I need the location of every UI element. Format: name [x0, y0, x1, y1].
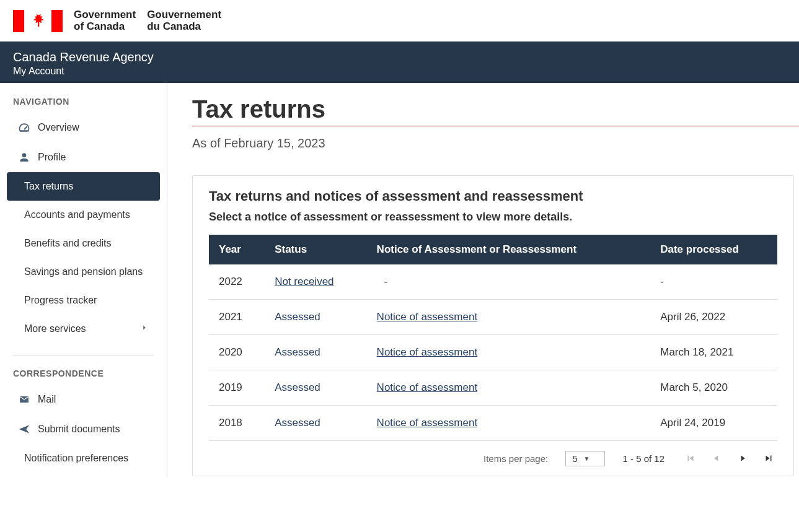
returns-table: YearStatusNotice of Assessment or Reasse… — [209, 235, 777, 441]
gov-fr-line1: Gouvernement — [147, 9, 221, 21]
main-content: Tax returns As of February 15, 2023 Tax … — [167, 83, 799, 476]
notice-link[interactable]: Notice of assessment — [377, 382, 478, 393]
sidebar-item-label: Overview — [38, 122, 79, 133]
status-link[interactable]: Not received — [275, 276, 333, 287]
cell-notice: Notice of assessment — [367, 300, 651, 335]
notice-link[interactable]: Notice of assessment — [377, 346, 478, 358]
page-range: 1 - 5 of 12 — [622, 453, 664, 464]
table-body: 2022Not received--2021AssessedNotice of … — [209, 264, 777, 441]
sidebar-divider — [13, 355, 154, 356]
cell-year: 2021 — [209, 300, 265, 335]
cell-year: 2020 — [209, 335, 265, 370]
flag-bar-left — [13, 10, 24, 32]
table-row: 2021AssessedNotice of assessmentApril 26… — [209, 300, 777, 335]
corr-item-notification-preferences[interactable]: Notification preferences — [7, 444, 160, 473]
maple-leaf-icon — [27, 10, 49, 32]
sidebar-item-label: Savings and pension plans — [24, 266, 143, 277]
sidebar-item-more-services[interactable]: More services — [7, 315, 160, 343]
status-link[interactable]: Assessed — [275, 382, 320, 393]
gov-en-line2: of Canada — [74, 21, 136, 33]
sidebar-item-label: Profile — [38, 152, 66, 163]
corr-item-submit-documents[interactable]: Submit documents — [7, 414, 160, 444]
cell-date: - — [650, 264, 777, 300]
person-icon — [18, 151, 30, 164]
cell-status: Assessed — [265, 370, 366, 406]
panel-title: Tax returns and notices of assessment an… — [209, 188, 777, 204]
corr-item-label: Notification preferences — [24, 453, 128, 464]
sidebar-item-benefits-and-credits[interactable]: Benefits and credits — [7, 229, 160, 258]
correspondence-list: MailSubmit documentsNotification prefere… — [0, 385, 167, 473]
cell-year: 2022 — [209, 264, 265, 300]
table-row: 2022Not received-- — [209, 264, 777, 300]
cell-status: Assessed — [265, 300, 366, 335]
sidebar-item-accounts-and-payments[interactable]: Accounts and payments — [7, 201, 160, 229]
gov-wordmark: Governmentof Canada Gouvernementdu Canad… — [74, 9, 221, 32]
sidebar-item-label: Accounts and payments — [24, 209, 130, 220]
sidebar-item-savings-and-pension-plans[interactable]: Savings and pension plans — [7, 258, 160, 286]
last-page-button[interactable] — [760, 450, 777, 467]
as-of-date: As of February 15, 2023 — [192, 136, 799, 150]
cell-year: 2018 — [209, 406, 265, 441]
sidebar-item-profile[interactable]: Profile — [7, 142, 160, 172]
cell-notice: Notice of assessment — [367, 370, 651, 406]
corr-item-label: Mail — [38, 394, 56, 405]
col-header: Status — [265, 235, 366, 264]
cell-status: Assessed — [265, 406, 366, 441]
cell-notice: Notice of assessment — [367, 335, 651, 370]
gov-header: Governmentof Canada Gouvernementdu Canad… — [0, 0, 799, 41]
sidebar-item-label: More services — [24, 323, 86, 334]
send-icon — [18, 423, 30, 435]
gov-fr-line2: du Canada — [147, 21, 221, 33]
col-header: Notice of Assessment or Reassessment — [367, 235, 651, 264]
account-label: My Account — [13, 66, 786, 77]
cell-notice: - — [367, 264, 651, 300]
col-header: Year — [209, 235, 265, 264]
table-header-row: YearStatusNotice of Assessment or Reasse… — [209, 235, 777, 264]
speed-icon — [18, 121, 30, 134]
sidebar-item-label: Benefits and credits — [24, 238, 112, 249]
cell-status: Not received — [265, 264, 366, 300]
status-link[interactable]: Assessed — [275, 417, 320, 429]
cell-status: Assessed — [265, 335, 366, 370]
chevron-right-icon — [140, 323, 149, 334]
sidebar-item-progress-tracker[interactable]: Progress tracker — [7, 286, 160, 315]
cell-year: 2019 — [209, 370, 265, 406]
first-page-button[interactable] — [682, 450, 699, 467]
table-row: 2020AssessedNotice of assessmentMarch 18… — [209, 335, 777, 370]
nav-list: OverviewProfileTax returnsAccounts and p… — [0, 113, 167, 343]
flag-bar-right — [51, 10, 63, 32]
corr-item-label: Submit documents — [38, 424, 120, 435]
status-link[interactable]: Assessed — [275, 346, 320, 358]
notice-link[interactable]: Notice of assessment — [377, 417, 478, 429]
agency-name: Canada Revenue Agency — [13, 50, 786, 64]
items-per-page-label: Items per page: — [483, 453, 548, 464]
prev-page-button[interactable] — [708, 450, 725, 467]
cell-date: April 24, 2019 — [650, 406, 777, 441]
items-per-page-select[interactable]: 5 ▼ — [565, 451, 605, 466]
cell-notice: Notice of assessment — [367, 406, 651, 441]
col-header: Date processed — [650, 235, 777, 264]
next-page-button[interactable] — [734, 450, 751, 467]
cell-date: March 5, 2020 — [650, 370, 777, 406]
cell-date: March 18, 2021 — [650, 335, 777, 370]
corr-item-mail[interactable]: Mail — [7, 385, 160, 414]
items-per-page-value: 5 — [572, 453, 577, 464]
dropdown-triangle-icon: ▼ — [584, 455, 590, 462]
status-link[interactable]: Assessed — [275, 311, 320, 323]
table-row: 2019AssessedNotice of assessmentMarch 5,… — [209, 370, 777, 406]
gov-en-line1: Government — [74, 9, 136, 21]
notice-link[interactable]: Notice of assessment — [377, 311, 478, 323]
canada-flag — [13, 10, 63, 32]
correspondence-header: CORRESPONDENCE — [0, 368, 167, 385]
sidebar-item-label: Progress tracker — [24, 295, 97, 306]
nav-header: NAVIGATION — [0, 97, 167, 113]
sidebar-item-tax-returns[interactable]: Tax returns — [7, 172, 160, 201]
pagination: Items per page: 5 ▼ 1 - 5 of 12 — [193, 441, 793, 476]
sidebar: NAVIGATION OverviewProfileTax returnsAcc… — [0, 83, 167, 476]
page-title: Tax returns — [192, 95, 799, 126]
mail-icon — [18, 393, 30, 406]
cra-band: Canada Revenue Agency My Account — [0, 41, 799, 83]
panel-subtitle: Select a notice of assessment or reasses… — [209, 211, 777, 224]
returns-panel: Tax returns and notices of assessment an… — [192, 175, 794, 476]
sidebar-item-overview[interactable]: Overview — [7, 113, 160, 142]
